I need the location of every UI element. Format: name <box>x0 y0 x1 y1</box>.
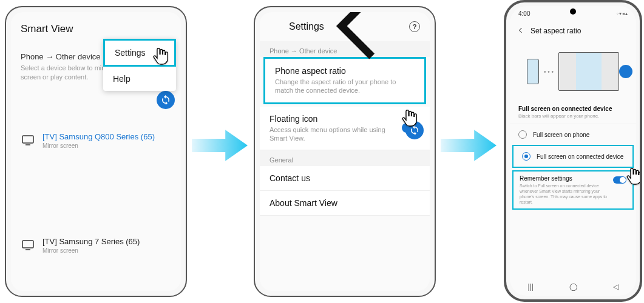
phone-settings: Settings ? Phone → Other device Phone as… <box>254 6 436 297</box>
phone-aspect-ratio: 4:00 ◦ ▾ ◂ ▴ Set aspect ratio • • • Full… <box>504 0 642 302</box>
menu-help[interactable]: Help <box>103 67 176 91</box>
device-sub: Mirror screen <box>42 142 171 149</box>
radio-full-screen-phone[interactable]: Full screen on phone <box>510 124 636 145</box>
preview-illustration: • • • <box>510 41 636 102</box>
nav-home[interactable]: ◯ <box>569 282 577 291</box>
refresh-button[interactable] <box>405 121 424 139</box>
back-button[interactable] <box>517 27 524 36</box>
nav-back[interactable]: ◁ <box>613 282 619 291</box>
arrow-icon <box>192 127 248 164</box>
row-title: Floating icon <box>269 114 402 124</box>
device-sub: Mirror screen <box>42 247 171 254</box>
help-icon[interactable]: ? <box>409 21 420 32</box>
tv-icon <box>21 199 35 291</box>
nav-recents[interactable]: ||| <box>527 282 533 291</box>
nav-bar: ||| ◯ ◁ <box>510 278 636 296</box>
status-time: 4:00 <box>518 10 530 17</box>
refresh-button[interactable] <box>619 65 632 78</box>
app-title: Smart View <box>21 23 73 35</box>
row-subtitle: Switch to Full screen on connected devic… <box>520 183 609 205</box>
radio-label: Full screen on connected device <box>537 153 623 160</box>
row-contact-us[interactable]: Contact us <box>260 166 430 191</box>
status-icons: ◦ ▾ ◂ ▴ <box>617 11 628 16</box>
toggle-remember[interactable] <box>613 176 626 184</box>
menu-settings[interactable]: Settings <box>103 39 176 67</box>
phone-smartview: Smart View Settings Help Phone → Other d… <box>5 6 187 297</box>
device-row[interactable]: [TV] Samsung 7 Series (65) Mirror screen <box>11 193 181 291</box>
row-subtitle: Access quick menu options while using Sm… <box>269 125 402 143</box>
refresh-button[interactable] <box>157 91 175 109</box>
tv-icon <box>21 95 35 187</box>
preview-phone-icon <box>527 59 539 84</box>
back-button[interactable] <box>269 12 280 73</box>
page-title: Set aspect ratio <box>530 27 581 35</box>
highlighted-area: Full screen on connected device <box>512 145 634 168</box>
radio-full-screen-connected[interactable]: Full screen on connected device <box>514 146 632 167</box>
row-remember-settings[interactable]: Remember settings Switch to Full screen … <box>512 170 634 210</box>
section-label: General <box>260 150 430 166</box>
radio-icon <box>522 152 530 161</box>
page-title: Settings <box>289 21 324 32</box>
row-floating-icon[interactable]: Floating icon Access quick menu options … <box>260 107 430 151</box>
camera-hole <box>570 8 576 15</box>
aspect-header: Set aspect ratio <box>510 21 636 41</box>
settings-header: Settings ? <box>260 12 430 41</box>
row-title: About Smart View <box>269 198 420 208</box>
row-about[interactable]: About Smart View <box>260 191 430 216</box>
preview-tv-icon <box>558 52 619 91</box>
device-name: [TV] Samsung Q800 Series (65) <box>42 132 171 141</box>
arrow-icon <box>441 127 497 164</box>
radio-icon <box>518 130 527 139</box>
dots-icon: • • • <box>544 68 554 75</box>
mode-subtitle: Black bars will appear on your phone. <box>510 113 636 124</box>
row-subtitle: Change the aspect ratio of your phone to… <box>275 78 415 95</box>
overflow-menu: Settings Help <box>103 39 176 91</box>
row-title: Remember settings <box>520 175 609 182</box>
device-name: [TV] Samsung 7 Series (65) <box>42 237 171 246</box>
row-title: Contact us <box>269 173 420 183</box>
radio-label: Full screen on phone <box>533 132 589 138</box>
mode-title: Full screen on connected device <box>510 102 636 113</box>
device-row[interactable]: [TV] Samsung Q800 Series (65) Mirror scr… <box>11 88 181 193</box>
